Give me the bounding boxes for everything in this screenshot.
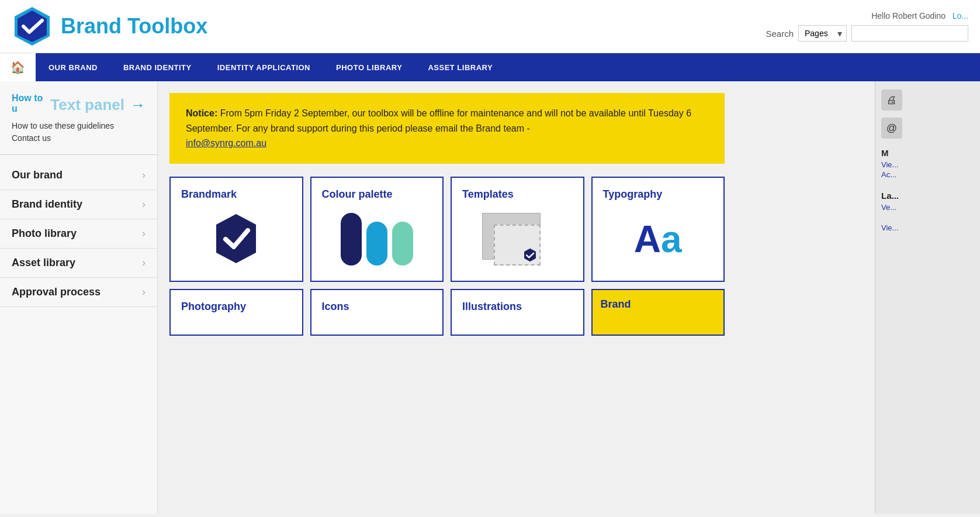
sidebar-item-approval-process[interactable]: Approval process › (0, 278, 157, 307)
search-select-wrapper: Pages Assets All (798, 25, 847, 42)
card-colour-palette-title: Colour palette (322, 188, 393, 201)
svg-marker-2 (216, 214, 256, 263)
card-icons-title: Icons (322, 301, 349, 313)
card-brand[interactable]: Brand (591, 289, 725, 336)
sidebar-brand-identity-label: Brand identity (12, 198, 82, 211)
print-icon-button[interactable]: 🖨 (881, 89, 902, 111)
nav-item-asset-library[interactable]: ASSET LIBRARY (415, 54, 505, 81)
notice-banner: Notice: From 5pm Friday 2 September, our… (169, 93, 725, 164)
card-brand-title: Brand (601, 298, 631, 311)
nav-item-brand-identity[interactable]: BRAND IDENTITY (110, 54, 205, 81)
greeting-text: Hello Robert Godino Lo... (871, 11, 968, 20)
card-typography-title: Typography (603, 188, 663, 201)
typography-a: a (661, 218, 682, 261)
header: Brand Toolbox Hello Robert Godino Lo... … (0, 0, 980, 53)
sidebar-item-brand-identity[interactable]: Brand identity › (0, 190, 157, 219)
card-illustrations-title: Illustrations (462, 301, 522, 313)
chevron-right-icon: › (142, 286, 146, 298)
nav-home-button[interactable]: 🏠 (0, 53, 36, 81)
right-panel-icon-buttons: 🖨 @ (881, 89, 974, 139)
chevron-right-icon: › (142, 257, 146, 269)
typography-aa: Aa (634, 218, 682, 261)
main-content: Notice: From 5pm Friday 2 September, our… (158, 81, 875, 513)
card-typography[interactable]: Typography Aa (591, 177, 725, 282)
card-brandmark[interactable]: Brandmark (169, 177, 303, 282)
search-area: Search Pages Assets All (766, 25, 968, 42)
chevron-right-icon: › (142, 228, 146, 240)
chevron-right-icon: › (142, 198, 146, 211)
right-panel-link-view2[interactable]: Vie... (881, 223, 974, 232)
nav-item-photo-library[interactable]: PHOTO LIBRARY (323, 54, 415, 81)
card-templates-visual (462, 209, 573, 270)
template-brandmark-icon (523, 248, 537, 262)
colour-pill-light-blue (366, 222, 387, 266)
right-panel-section-la: La... Ve... (881, 191, 974, 212)
colour-pill-teal (392, 222, 413, 266)
sidebar-item-our-brand[interactable]: Our brand › (0, 161, 157, 190)
notice-email-link[interactable]: info@synrg.com.au (186, 138, 266, 148)
sidebar-item-asset-library[interactable]: Asset library › (0, 249, 157, 278)
nav-item-identity-application[interactable]: IDENTITY APPLICATION (205, 54, 323, 81)
sidebar-link-how-to-use[interactable]: How to use these guidelines (12, 121, 146, 130)
right-panel: 🖨 @ M Vie... Ac... La... Ve... Vie... (875, 81, 980, 513)
search-select[interactable]: Pages Assets All (798, 25, 847, 42)
sidebar: How to u Text panel → How to use these g… (0, 81, 158, 513)
right-panel-section-la-title: La... (881, 191, 974, 201)
sidebar-our-brand-label: Our brand (12, 169, 63, 181)
right-panel-section-m-title: M (881, 148, 974, 158)
cards-grid-row1: Brandmark Colour palette (169, 177, 725, 282)
sidebar-link-contact-us[interactable]: Contact us (12, 133, 146, 143)
card-colour-palette-visual (322, 209, 432, 270)
right-panel-link-ve[interactable]: Ve... (881, 203, 974, 212)
colour-palette-swatches (341, 213, 413, 266)
right-panel-section-view: Vie... (881, 223, 974, 232)
logo-title: Brand Toolbox (61, 14, 207, 39)
search-label: Search (766, 29, 794, 39)
main-nav: 🏠 OUR BRAND BRAND IDENTITY IDENTITY APPL… (0, 53, 980, 81)
card-brandmark-title: Brandmark (181, 188, 237, 201)
header-right: Hello Robert Godino Lo... Search Pages A… (766, 11, 968, 42)
template-overlay-layer (494, 225, 541, 266)
sidebar-top: How to u Text panel → How to use these g… (0, 93, 157, 155)
sidebar-asset-library-label: Asset library (12, 257, 75, 269)
template-visual (482, 213, 552, 266)
email-icon-button[interactable]: @ (881, 118, 902, 139)
sidebar-text-panel: How to u Text panel → (12, 93, 146, 116)
chevron-right-icon: › (142, 169, 146, 181)
logo-area: Brand Toolbox (12, 6, 207, 47)
nav-item-our-brand[interactable]: OUR BRAND (36, 54, 110, 81)
right-panel-link-action[interactable]: Ac... (881, 170, 974, 179)
logo-icon (12, 6, 53, 47)
logout-link[interactable]: Lo... (953, 11, 968, 20)
sidebar-photo-library-label: Photo library (12, 228, 77, 240)
right-panel-link-view[interactable]: Vie... (881, 160, 974, 169)
search-input[interactable] (851, 25, 968, 42)
card-photography[interactable]: Photography (169, 289, 303, 336)
arrow-icon: → (130, 96, 146, 114)
home-icon: 🏠 (11, 60, 25, 74)
card-colour-palette[interactable]: Colour palette (310, 177, 444, 282)
right-panel-section-m: M Vie... Ac... (881, 148, 974, 179)
card-icons[interactable]: Icons (310, 289, 444, 336)
sidebar-approval-process-label: Approval process (12, 286, 101, 298)
card-brandmark-visual (181, 209, 292, 270)
main-container: How to u Text panel → How to use these g… (0, 81, 980, 513)
card-illustrations[interactable]: Illustrations (451, 289, 584, 336)
card-templates[interactable]: Templates (451, 177, 584, 282)
cards-grid-row2: Photography Icons Illustrations Brand (169, 289, 725, 336)
sidebar-how-to-heading: How to u (12, 93, 44, 114)
sidebar-item-photo-library[interactable]: Photo library › (0, 219, 157, 249)
notice-text: From 5pm Friday 2 September, our toolbox… (186, 108, 691, 133)
card-photography-title: Photography (181, 301, 246, 313)
card-templates-title: Templates (462, 188, 514, 201)
notice-bold: Notice: (186, 108, 217, 118)
colour-pill-dark-blue (341, 213, 362, 266)
card-typography-visual: Aa (603, 209, 714, 270)
text-panel-watermark: Text panel (50, 96, 124, 114)
typography-A: A (634, 218, 661, 261)
